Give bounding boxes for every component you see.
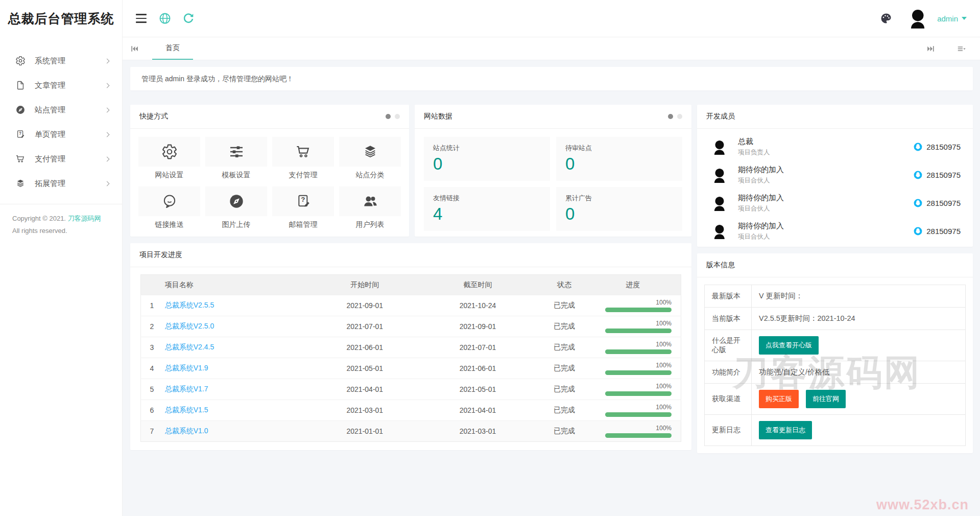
main-content: 管理员 admin 登录成功，尽情管理您的网站吧！ 快捷方式 网站: [123, 60, 980, 516]
scroll-tabs-right-icon[interactable]: [919, 44, 942, 53]
start-date: 2021-04-01: [308, 379, 421, 400]
version-table: 最新版本 V 更新时间： 当前版本 V2.5.5更新时间：2021-10-24 …: [704, 285, 966, 446]
project-link[interactable]: 总裁系统V1.5: [165, 406, 208, 414]
refresh-icon[interactable]: [182, 12, 195, 25]
menu-toggle-icon[interactable]: [136, 12, 148, 25]
stat-value: 0: [433, 155, 541, 173]
chevron-down-icon: [962, 17, 967, 20]
end-date: 2021-05-01: [421, 379, 534, 400]
row-index: 7: [141, 421, 163, 442]
site-data-panel: 网站数据 站点统计 0 待审站点 0: [415, 105, 691, 237]
theme-palette-icon[interactable]: [880, 12, 892, 25]
shortcut-mailbox[interactable]: 邮箱管理: [272, 186, 334, 229]
official-site-button[interactable]: 前往官网: [806, 390, 846, 408]
table-row: 3 总裁系统V2.4.5 2021-06-01 2021-07-01 已完成 1…: [141, 337, 681, 358]
scroll-tabs-left-icon[interactable]: [123, 37, 146, 60]
avatar[interactable]: [904, 6, 930, 31]
qq-icon: [913, 142, 923, 152]
shortcut-template-settings[interactable]: 模板设置: [205, 137, 267, 180]
status-badge: 已完成: [534, 316, 594, 337]
sidebar-item-articles[interactable]: 文章管理: [0, 73, 122, 98]
shortcut-site-category[interactable]: 站点分类: [339, 137, 401, 180]
row-index: 5: [141, 379, 163, 400]
panel-title: 项目开发进度: [139, 250, 682, 260]
sidebar-item-payment[interactable]: 支付管理: [0, 147, 122, 171]
shortcut-site-settings[interactable]: 网站设置: [138, 137, 200, 180]
stat-label: 待审站点: [565, 144, 673, 153]
tab-home[interactable]: 首页: [152, 37, 193, 60]
current-version-value: V2.5.5更新时间：2021-10-24: [752, 308, 966, 330]
column-header-status: 状态: [534, 275, 594, 295]
stat-value: 4: [433, 205, 541, 223]
end-date: 2021-04-01: [421, 400, 534, 421]
project-link[interactable]: 总裁系统V2.4.5: [165, 343, 214, 351]
view-happy-version-button[interactable]: 点我查看开心版: [759, 336, 819, 355]
sidebar-item-sites[interactable]: 站点管理: [0, 98, 122, 122]
buy-genuine-button[interactable]: 购买正版: [759, 390, 799, 408]
project-link[interactable]: 总裁系统V1.0: [165, 427, 208, 435]
table-row: 7 总裁系统V1.0 2021-01-01 2021-03-01 已完成 100…: [141, 421, 681, 442]
dev-members-panel: 开发成员 总裁 项目负责人 28150975: [697, 105, 973, 247]
member-name: 总裁: [738, 137, 913, 147]
status-badge: 已完成: [534, 295, 594, 316]
avatar: [709, 166, 729, 185]
chevron-right-icon: [105, 132, 110, 137]
project-link[interactable]: 总裁系统V1.9: [165, 364, 208, 372]
sidebar-item-label: 文章管理: [35, 81, 105, 90]
shortcut-link-push[interactable]: 链接推送: [138, 186, 200, 229]
carousel-dot-active[interactable]: [668, 114, 673, 119]
carousel-dot[interactable]: [395, 114, 400, 119]
project-link[interactable]: 总裁系统V2.5.5: [165, 301, 214, 309]
shortcuts-panel: 快捷方式 网站设置 模板设置: [130, 105, 409, 237]
sidebar-item-pages[interactable]: 单页管理: [0, 122, 122, 147]
shortcut-user-list[interactable]: 用户列表: [339, 186, 401, 229]
qq-contact[interactable]: 28150975: [913, 226, 961, 236]
qq-contact[interactable]: 28150975: [913, 142, 961, 152]
view-changelog-button[interactable]: 查看更新日志: [759, 421, 812, 439]
column-header-progress: 进度: [594, 275, 681, 295]
shortcut-label: 模板设置: [205, 171, 267, 180]
copyright-link[interactable]: 刀客源码网: [68, 215, 101, 222]
chevron-right-icon: [105, 156, 110, 161]
shortcut-label: 链接推送: [138, 220, 200, 229]
member-role: 项目合伙人: [738, 232, 913, 241]
dashboard-page: 总裁后台管理系统 系统管理 文章管理 站点管理 单页管理: [0, 0, 980, 516]
sidebar-item-system[interactable]: 系统管理: [0, 49, 122, 73]
sidebar-item-extensions[interactable]: 拓展管理: [0, 171, 122, 196]
member-row: 期待你的加入 项目合伙人 28150975: [709, 189, 961, 217]
shortcut-label: 站点分类: [339, 171, 401, 180]
globe-icon[interactable]: [158, 12, 172, 25]
project-link[interactable]: 总裁系统V2.5.0: [165, 322, 214, 330]
progress-percent: 100%: [605, 383, 672, 390]
version-info-panel: 版本信息 最新版本 V 更新时间： 当前版本 V2.5.5更新时间：2021-1…: [697, 253, 973, 453]
user-menu[interactable]: admin: [937, 14, 967, 23]
shortcut-image-upload[interactable]: 图片上传: [205, 186, 267, 229]
carousel-dot-active[interactable]: [386, 114, 391, 119]
panel-title: 网站数据: [424, 112, 668, 121]
file-icon: [15, 80, 26, 90]
projects-panel: 项目开发进度 项目名称 开始时间 截至时间 状态 进度: [130, 243, 691, 450]
carousel-dot[interactable]: [677, 114, 682, 119]
qq-icon: [913, 170, 923, 180]
shortcut-payment[interactable]: 支付管理: [272, 137, 334, 180]
qq-contact[interactable]: 28150975: [913, 198, 961, 208]
project-link[interactable]: 总裁系统V1.7: [165, 385, 208, 393]
avatar: [709, 137, 729, 157]
table-row: 6 总裁系统V1.5 2021-03-01 2021-04-01 已完成 100…: [141, 400, 681, 421]
stat-card-links: 友情链接 4: [424, 187, 550, 231]
row-index: 2: [141, 316, 163, 337]
version-row-label: 更新日志: [705, 415, 752, 446]
stat-value: 0: [565, 155, 673, 173]
tab-options-icon[interactable]: [949, 44, 973, 53]
app-title: 总裁后台管理系统: [0, 0, 122, 37]
sidebar-item-label: 站点管理: [35, 105, 105, 115]
progress-bar: [605, 412, 672, 417]
sidebar-item-label: 系统管理: [35, 56, 105, 66]
stat-label: 累计广告: [565, 194, 673, 203]
layers-icon: [15, 178, 26, 189]
row-index: 6: [141, 400, 163, 421]
qq-icon: [913, 226, 923, 236]
stat-label: 站点统计: [433, 144, 541, 153]
qq-contact[interactable]: 28150975: [913, 170, 961, 180]
tab-label: 首页: [165, 43, 180, 53]
